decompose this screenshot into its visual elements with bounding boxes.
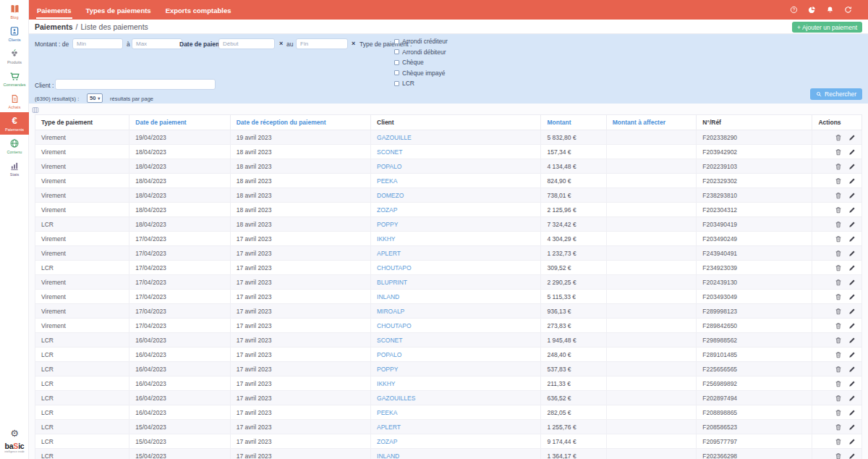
edit-button[interactable] [848, 424, 856, 431]
delete-button[interactable] [835, 221, 842, 228]
sidebar-item-contenu[interactable]: Contenu [0, 135, 29, 157]
checkbox-icon[interactable] [394, 81, 399, 86]
client-link[interactable]: APLERT [377, 424, 401, 431]
client-link[interactable]: IKKHY [377, 235, 396, 243]
client-link[interactable]: SCONET [377, 148, 402, 156]
edit-button[interactable] [848, 264, 856, 271]
client-input[interactable] [55, 79, 216, 90]
client-link[interactable]: POPALO [377, 163, 401, 170]
edit-button[interactable] [848, 322, 856, 329]
sidebar-item-commandes[interactable]: Commandes [0, 67, 29, 90]
client-link[interactable]: PEEKA [377, 409, 397, 416]
column-header-4[interactable]: Montant [541, 115, 606, 130]
edit-button[interactable] [848, 235, 856, 243]
client-link[interactable]: DOMEZO [377, 192, 404, 199]
delete-button[interactable] [835, 409, 842, 416]
delete-button[interactable] [835, 452, 842, 459]
help-icon[interactable] [790, 6, 798, 14]
checkbox-icon[interactable] [394, 39, 399, 44]
column-header-2[interactable]: Date de réception du paiement [230, 115, 370, 130]
amount-min-input[interactable] [72, 38, 123, 49]
delete-button[interactable] [835, 279, 842, 286]
client-link[interactable]: INLAND [377, 293, 399, 300]
delete-button[interactable] [835, 134, 842, 141]
edit-button[interactable] [848, 351, 856, 358]
edit-button[interactable] [848, 409, 856, 416]
client-link[interactable]: PEEKA [377, 177, 397, 185]
sidebar-item-clients[interactable]: Clients [0, 22, 29, 45]
edit-button[interactable] [848, 221, 856, 228]
sidebar-item-blog[interactable]: Blog [0, 0, 29, 22]
delete-button[interactable] [835, 250, 842, 257]
client-link[interactable]: GAZOUILLE [377, 134, 412, 141]
client-link[interactable]: CHOUTAPO [377, 322, 412, 329]
client-link[interactable]: MIROALP [377, 308, 404, 315]
topnav-tab-0[interactable]: Paiements [36, 1, 72, 19]
client-link[interactable]: INLAND [377, 452, 399, 459]
delete-button[interactable] [835, 264, 842, 271]
edit-button[interactable] [848, 192, 856, 199]
edit-button[interactable] [848, 337, 856, 344]
checkbox-icon[interactable] [394, 49, 399, 54]
edit-button[interactable] [848, 206, 856, 214]
column-selector-icon[interactable] [32, 106, 39, 114]
sidebar-item-stats[interactable]: Stats [0, 157, 29, 180]
gear-icon[interactable]: ⚙ [0, 428, 29, 439]
edit-button[interactable] [848, 452, 856, 459]
client-link[interactable]: CHOUTAPO [377, 264, 412, 271]
search-button[interactable]: Rechercher [810, 88, 862, 100]
edit-button[interactable] [848, 279, 856, 286]
sidebar-item-produits[interactable]: Produits [0, 45, 29, 67]
client-link[interactable]: ZOZAP [377, 206, 397, 214]
breadcrumb-section[interactable]: Paiements [35, 22, 73, 31]
delete-button[interactable] [835, 395, 842, 402]
edit-button[interactable] [848, 250, 856, 257]
client-link[interactable]: GAZOUILLES [377, 395, 415, 402]
client-link[interactable]: BLUPRINT [377, 279, 407, 286]
delete-button[interactable] [835, 235, 842, 243]
per-page-select[interactable]: 50▾ [87, 93, 103, 103]
delete-button[interactable] [835, 322, 842, 329]
client-link[interactable]: ZOZAP [377, 438, 397, 445]
date-end-input[interactable] [296, 38, 348, 49]
edit-button[interactable] [848, 163, 856, 170]
edit-button[interactable] [848, 293, 856, 300]
client-link[interactable]: POPPY [377, 366, 398, 373]
type-option-1[interactable]: Arrondi débiteur [394, 49, 448, 56]
edit-button[interactable] [848, 380, 856, 387]
pie-chart-icon[interactable] [808, 6, 816, 14]
topnav-tab-2[interactable]: Exports comptables [165, 1, 232, 19]
edit-button[interactable] [848, 134, 856, 141]
clear-date-end-icon[interactable]: × [352, 40, 355, 47]
delete-button[interactable] [835, 192, 842, 199]
edit-button[interactable] [848, 308, 856, 315]
client-link[interactable]: IKKHY [377, 380, 396, 387]
date-start-input[interactable] [218, 38, 275, 49]
client-link[interactable]: APLERT [377, 250, 401, 257]
clear-date-start-icon[interactable]: × [279, 40, 283, 47]
refresh-icon[interactable] [844, 6, 852, 14]
topnav-tab-1[interactable]: Types de paiements [85, 1, 152, 19]
type-option-0[interactable]: Arrondi créditeur [394, 38, 448, 45]
edit-button[interactable] [848, 366, 856, 373]
delete-button[interactable] [835, 380, 842, 387]
checkbox-icon[interactable] [394, 70, 399, 75]
delete-button[interactable] [835, 177, 842, 185]
amount-max-input[interactable] [132, 38, 182, 49]
add-payment-button[interactable]: + Ajouter un paiement [792, 22, 862, 33]
delete-button[interactable] [835, 293, 842, 300]
delete-button[interactable] [835, 438, 842, 445]
edit-button[interactable] [848, 177, 856, 185]
delete-button[interactable] [835, 308, 842, 315]
type-option-3[interactable]: Chèque impayé [394, 70, 448, 77]
type-option-4[interactable]: LCR [394, 80, 448, 87]
delete-button[interactable] [835, 424, 842, 431]
notifications-bell-icon[interactable] [826, 6, 834, 14]
type-option-2[interactable]: Chèque [394, 59, 448, 66]
edit-button[interactable] [848, 395, 856, 402]
delete-button[interactable] [835, 206, 842, 214]
checkbox-icon[interactable] [394, 60, 399, 65]
delete-button[interactable] [835, 351, 842, 358]
column-header-5[interactable]: Montant à affecter [606, 115, 697, 130]
client-link[interactable]: SCONET [377, 337, 402, 344]
